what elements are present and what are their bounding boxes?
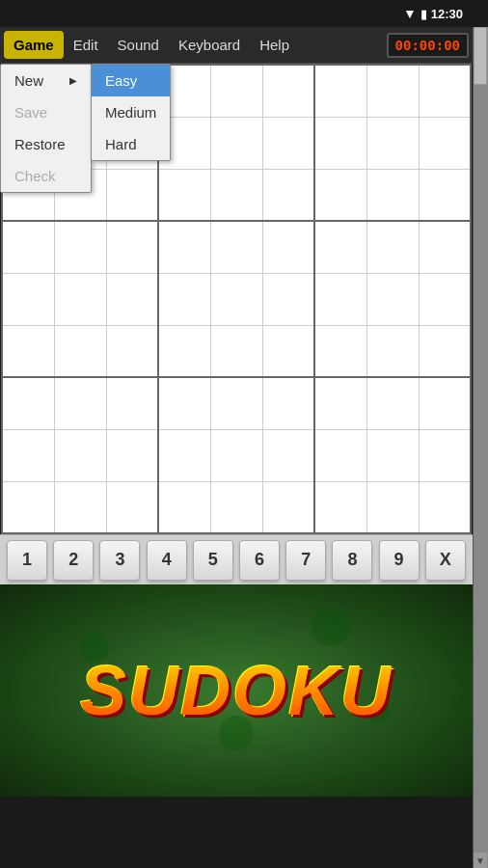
cell[interactable] bbox=[366, 65, 419, 117]
cell[interactable] bbox=[314, 221, 366, 273]
menu-game[interactable]: Game bbox=[4, 31, 64, 59]
sudoku-logo: SUDOKU bbox=[80, 651, 393, 730]
cell[interactable] bbox=[210, 481, 262, 533]
status-icons: ▼ ▮ 12:30 bbox=[403, 6, 463, 21]
cell[interactable] bbox=[419, 325, 471, 377]
cell[interactable] bbox=[419, 65, 471, 117]
cell[interactable] bbox=[158, 273, 210, 325]
cell[interactable] bbox=[106, 429, 158, 481]
cell[interactable] bbox=[2, 377, 54, 429]
num-btn-6[interactable]: 6 bbox=[239, 540, 280, 581]
cell[interactable] bbox=[366, 377, 419, 429]
menu-restore[interactable]: Restore bbox=[1, 128, 91, 160]
cell[interactable] bbox=[262, 325, 314, 377]
num-btn-8[interactable]: 8 bbox=[332, 540, 372, 581]
cell[interactable] bbox=[314, 429, 366, 481]
game-dropdown: New Save Restore Check bbox=[0, 64, 92, 193]
num-btn-9[interactable]: 9 bbox=[379, 540, 420, 581]
num-btn-2[interactable]: 2 bbox=[53, 540, 94, 581]
cell[interactable] bbox=[419, 169, 471, 221]
cell[interactable] bbox=[2, 481, 54, 533]
cell[interactable] bbox=[366, 273, 419, 325]
cell[interactable] bbox=[158, 221, 210, 273]
cell[interactable] bbox=[262, 117, 314, 169]
cell[interactable] bbox=[210, 65, 262, 117]
difficulty-medium[interactable]: Medium bbox=[92, 96, 170, 128]
cell[interactable] bbox=[419, 481, 471, 533]
cell[interactable] bbox=[158, 429, 210, 481]
cell[interactable] bbox=[210, 377, 262, 429]
menu-help[interactable]: Help bbox=[250, 31, 299, 59]
scrollbar-thumb[interactable] bbox=[474, 27, 487, 85]
cell[interactable] bbox=[366, 169, 419, 221]
cell[interactable] bbox=[262, 169, 314, 221]
status-bar: ▼ ▮ 12:30 bbox=[0, 0, 473, 27]
num-btn-5[interactable]: 5 bbox=[193, 540, 233, 581]
cell[interactable] bbox=[54, 481, 106, 533]
cell[interactable] bbox=[314, 117, 366, 169]
cell[interactable] bbox=[210, 117, 262, 169]
cell[interactable] bbox=[210, 429, 262, 481]
num-btn-1[interactable]: 1 bbox=[7, 540, 47, 581]
cell[interactable] bbox=[2, 325, 54, 377]
cell[interactable] bbox=[366, 481, 419, 533]
cell[interactable] bbox=[314, 325, 366, 377]
cell[interactable] bbox=[419, 429, 471, 481]
cell[interactable] bbox=[54, 429, 106, 481]
cell[interactable] bbox=[106, 325, 158, 377]
num-btn-3[interactable]: 3 bbox=[99, 540, 140, 581]
cell[interactable] bbox=[314, 273, 366, 325]
menu-new[interactable]: New bbox=[1, 65, 91, 96]
num-btn-clear[interactable]: X bbox=[425, 540, 466, 581]
cell[interactable] bbox=[314, 481, 366, 533]
cell[interactable] bbox=[210, 169, 262, 221]
cell[interactable] bbox=[262, 65, 314, 117]
cell[interactable] bbox=[106, 221, 158, 273]
cell[interactable] bbox=[106, 377, 158, 429]
cell[interactable] bbox=[366, 325, 419, 377]
cell[interactable] bbox=[262, 273, 314, 325]
scrollbar[interactable]: ▼ bbox=[473, 27, 488, 868]
cell[interactable] bbox=[158, 325, 210, 377]
cell[interactable] bbox=[106, 169, 158, 221]
cell[interactable] bbox=[314, 169, 366, 221]
cell[interactable] bbox=[419, 117, 471, 169]
menu-sound[interactable]: Sound bbox=[108, 31, 169, 59]
cell[interactable] bbox=[158, 481, 210, 533]
cell[interactable] bbox=[54, 221, 106, 273]
cell[interactable] bbox=[210, 273, 262, 325]
num-btn-4[interactable]: 4 bbox=[147, 540, 187, 581]
cell[interactable] bbox=[262, 221, 314, 273]
cell[interactable] bbox=[366, 221, 419, 273]
cell[interactable] bbox=[366, 429, 419, 481]
cell[interactable] bbox=[419, 377, 471, 429]
cell[interactable] bbox=[262, 481, 314, 533]
difficulty-easy[interactable]: Easy bbox=[92, 65, 170, 96]
cell[interactable] bbox=[54, 325, 106, 377]
scrollbar-arrow-down[interactable]: ▼ bbox=[474, 853, 487, 868]
cell[interactable] bbox=[54, 377, 106, 429]
cell[interactable] bbox=[106, 273, 158, 325]
cell[interactable] bbox=[419, 273, 471, 325]
cell[interactable] bbox=[314, 65, 366, 117]
menu-save: Save bbox=[1, 96, 91, 128]
cell[interactable] bbox=[2, 429, 54, 481]
cell[interactable] bbox=[2, 273, 54, 325]
cell[interactable] bbox=[54, 273, 106, 325]
cell[interactable] bbox=[262, 429, 314, 481]
cell[interactable] bbox=[158, 169, 210, 221]
cell[interactable] bbox=[262, 377, 314, 429]
num-btn-7[interactable]: 7 bbox=[285, 540, 326, 581]
menu-keyboard[interactable]: Keyboard bbox=[169, 31, 250, 59]
cell[interactable] bbox=[314, 377, 366, 429]
cell[interactable] bbox=[419, 221, 471, 273]
cell[interactable] bbox=[106, 481, 158, 533]
cell[interactable] bbox=[158, 377, 210, 429]
cell[interactable] bbox=[210, 325, 262, 377]
clock: 12:30 bbox=[431, 7, 463, 21]
cell[interactable] bbox=[210, 221, 262, 273]
menu-edit[interactable]: Edit bbox=[64, 31, 108, 59]
cell[interactable] bbox=[366, 117, 419, 169]
difficulty-hard[interactable]: Hard bbox=[92, 128, 170, 160]
cell[interactable] bbox=[2, 221, 54, 273]
